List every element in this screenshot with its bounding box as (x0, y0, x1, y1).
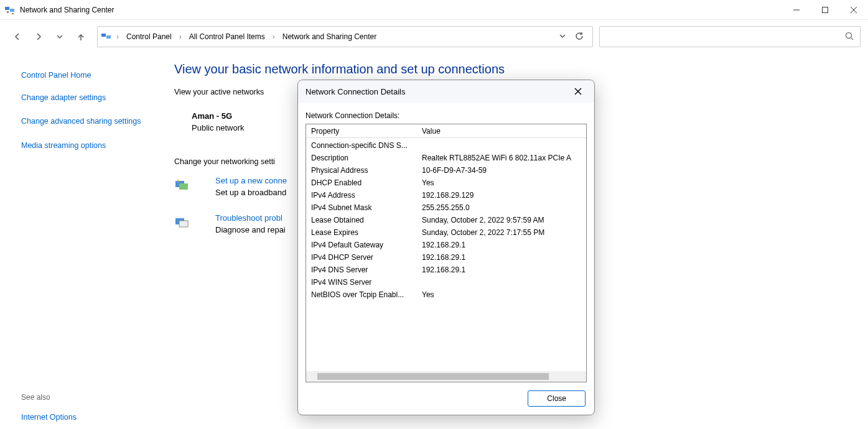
detail-value: Sunday, October 2, 2022 9:57:59 AM (417, 216, 544, 224)
chevron-right-icon[interactable]: › (273, 32, 275, 41)
detail-value: 192.168.29.1 (417, 265, 465, 274)
svg-line-12 (851, 38, 853, 40)
search-icon (845, 32, 854, 42)
detail-property: Lease Expires (306, 228, 417, 237)
app-icon (5, 5, 15, 15)
window-title: Network and Sharing Center (20, 6, 114, 14)
see-also-heading: See also (21, 393, 77, 402)
detail-row[interactable]: IPv4 Default Gateway192.168.29.1 (306, 239, 586, 251)
column-header-value[interactable]: Value (417, 127, 441, 136)
column-header-property[interactable]: Property (306, 127, 417, 136)
detail-row[interactable]: Lease ExpiresSunday, October 2, 2022 7:1… (306, 226, 586, 239)
detail-row[interactable]: DescriptionRealtek RTL8852AE WiFi 6 802.… (306, 152, 586, 164)
detail-property: IPv4 WINS Server (306, 278, 417, 287)
detail-property: IPv4 Default Gateway (306, 241, 417, 249)
recent-locations-button[interactable] (50, 27, 70, 47)
detail-row[interactable]: Lease ObtainedSunday, October 2, 2022 9:… (306, 214, 586, 226)
detail-value: Yes (417, 178, 434, 187)
see-also-internet-options[interactable]: Internet Options (21, 413, 77, 422)
troubleshoot-desc: Diagnose and repai (215, 225, 286, 234)
svg-rect-9 (101, 34, 106, 37)
address-dropdown-button[interactable] (559, 32, 566, 42)
dialog-close-button[interactable] (569, 83, 587, 100)
details-listview[interactable]: Property Value Connection-specific DNS S… (306, 124, 587, 382)
setup-connection-desc: Set up a broadband (215, 188, 287, 197)
scrollbar-thumb[interactable] (317, 373, 549, 380)
detail-row[interactable]: IPv4 DHCP Server192.168.29.1 (306, 251, 586, 264)
detail-value: Sunday, October 2, 2022 7:17:55 PM (417, 228, 544, 237)
chevron-right-icon[interactable]: › (179, 32, 182, 41)
detail-value: 192.168.29.1 (417, 253, 465, 262)
troubleshoot-icon (174, 214, 189, 229)
sidebar-link-media-streaming[interactable]: Media streaming options (21, 141, 158, 150)
search-box[interactable] (599, 26, 861, 47)
svg-rect-2 (7, 11, 9, 13)
detail-property: IPv4 DNS Server (306, 265, 417, 274)
detail-value: 255.255.255.0 (417, 203, 470, 212)
detail-property: Connection-specific DNS S... (306, 141, 417, 150)
network-connection-details-dialog: Network Connection Details Network Conne… (297, 80, 595, 415)
refresh-button[interactable] (575, 32, 584, 42)
detail-value: 10-6F-D9-A7-34-59 (417, 166, 487, 175)
dialog-title: Network Connection Details (306, 87, 405, 96)
page-heading: View your basic network information and … (174, 62, 856, 76)
detail-value: 192.168.29.129 (417, 191, 474, 200)
svg-rect-5 (823, 7, 828, 12)
sidebar-link-advanced-sharing[interactable]: Change advanced sharing settings (21, 116, 158, 127)
dialog-subtitle: Network Connection Details: (306, 111, 587, 120)
detail-property: Physical Address (306, 166, 417, 175)
svg-rect-16 (179, 221, 188, 227)
maximize-button[interactable] (811, 0, 839, 20)
see-also-section: See also Internet Options (21, 393, 77, 422)
detail-property: DHCP Enabled (306, 178, 417, 187)
up-button[interactable] (71, 27, 91, 47)
address-icon (101, 32, 111, 42)
minimize-button[interactable] (782, 0, 811, 20)
sidebar: Control Panel Home Change adapter settin… (21, 60, 158, 251)
troubleshoot-link[interactable]: Troubleshoot probl (215, 213, 286, 223)
detail-property: Lease Obtained (306, 216, 417, 224)
sidebar-link-adapter[interactable]: Change adapter settings (21, 93, 158, 102)
breadcrumb-item[interactable]: All Control Panel Items (189, 32, 265, 41)
detail-property: IPv4 Address (306, 191, 417, 200)
close-button[interactable]: Close (528, 390, 586, 407)
window-titlebar: Network and Sharing Center (0, 0, 868, 20)
forward-button[interactable] (29, 27, 49, 47)
detail-property: Description (306, 154, 417, 162)
detail-property: IPv4 DHCP Server (306, 253, 417, 262)
detail-row[interactable]: IPv4 Address192.168.29.129 (306, 189, 586, 201)
detail-row[interactable]: NetBIOS over Tcpip Enabl...Yes (306, 288, 586, 301)
svg-rect-0 (5, 7, 9, 10)
chevron-right-icon[interactable]: › (116, 32, 119, 41)
detail-value: 192.168.29.1 (417, 241, 465, 249)
detail-row[interactable]: Connection-specific DNS S... (306, 139, 586, 152)
svg-rect-1 (10, 9, 14, 12)
detail-value: Realtek RTL8852AE WiFi 6 802.11ax PCIe A (417, 154, 571, 162)
back-button[interactable] (7, 27, 27, 47)
svg-point-11 (846, 32, 852, 38)
detail-row[interactable]: IPv4 WINS Server (306, 276, 586, 288)
detail-property: IPv4 Subnet Mask (306, 203, 417, 212)
close-window-button[interactable] (839, 0, 868, 20)
detail-value: Yes (417, 290, 434, 299)
address-bar[interactable]: › Control Panel › All Control Panel Item… (97, 26, 593, 47)
detail-row[interactable]: DHCP EnabledYes (306, 177, 586, 189)
svg-rect-3 (12, 13, 14, 14)
detail-row[interactable]: IPv4 Subnet Mask255.255.255.0 (306, 201, 586, 214)
detail-row[interactable]: Physical Address10-6F-D9-A7-34-59 (306, 164, 586, 177)
dialog-titlebar[interactable]: Network Connection Details (298, 80, 594, 103)
horizontal-scrollbar[interactable] (306, 371, 586, 382)
svg-rect-10 (106, 35, 111, 39)
svg-rect-14 (179, 183, 188, 190)
setup-connection-icon (174, 177, 189, 192)
detail-property: NetBIOS over Tcpip Enabl... (306, 290, 417, 299)
setup-connection-link[interactable]: Set up a new conne (215, 176, 287, 185)
breadcrumb-item[interactable]: Network and Sharing Center (282, 32, 376, 41)
sidebar-link-home[interactable]: Control Panel Home (21, 71, 158, 80)
detail-row[interactable]: IPv4 DNS Server192.168.29.1 (306, 264, 586, 276)
toolbar: › Control Panel › All Control Panel Item… (0, 20, 868, 53)
breadcrumb-item[interactable]: Control Panel (126, 32, 172, 41)
